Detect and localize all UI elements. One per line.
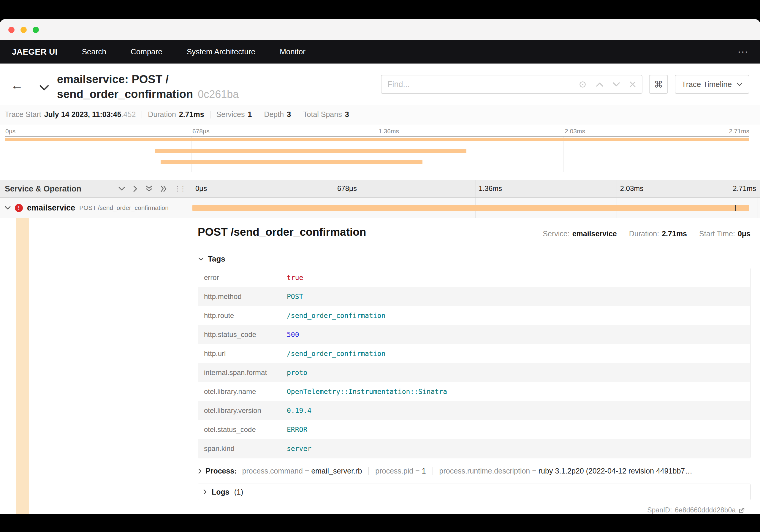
table-row[interactable]: internal.span.format proto — [198, 363, 750, 382]
trace-start: Trace StartJuly 14 2023, 11:03:45.452 — [5, 110, 136, 119]
tick-label: 0μs — [193, 184, 207, 193]
find-input[interactable]: Find... — [381, 75, 642, 94]
process-runtime-description: process.runtime.description = ruby 3.1.2… — [439, 467, 692, 475]
tick-label: 2.71ms — [729, 128, 749, 135]
next-result-chevron-down-icon[interactable] — [613, 82, 620, 87]
nav-item-system-architecture[interactable]: System Architecture — [187, 47, 255, 56]
deep-link-icon[interactable] — [738, 507, 745, 513]
find-placeholder: Find... — [387, 80, 579, 89]
span-detail-title: POST /send_order_confirmation — [198, 226, 366, 238]
gridline — [563, 137, 563, 172]
tag-value: true — [283, 274, 303, 281]
divider — [258, 111, 258, 119]
span-id-value: 6e8d660dddd28b0a — [675, 506, 736, 514]
divider — [297, 111, 297, 119]
tick-label: 1.36ms — [476, 184, 502, 193]
collapse-trace-chevron-icon[interactable] — [39, 85, 49, 91]
timeline-header-icons — [119, 185, 167, 192]
span-row-label[interactable]: ! emailservice POST /send_order_confirma… — [0, 198, 190, 218]
divider — [433, 467, 433, 475]
span-detail-panel: POST /send_order_confirmation Service: e… — [198, 218, 750, 514]
process-command: process.command = email_server.rb — [242, 467, 362, 475]
close-window-button[interactable] — [8, 27, 15, 33]
locate-icon[interactable] — [579, 80, 587, 88]
clear-search-icon[interactable] — [629, 81, 636, 88]
process-section-toggle[interactable]: Process: process.command = email_server.… — [198, 467, 750, 475]
table-row[interactable]: http.url /send_order_confirmation — [198, 344, 750, 363]
collapse-span-chevron-down-icon[interactable] — [5, 206, 11, 210]
trace-minimap[interactable] — [5, 136, 749, 172]
divider — [623, 230, 623, 238]
table-row[interactable]: http.method POST — [198, 287, 750, 306]
prev-result-chevron-up-icon[interactable] — [596, 82, 603, 87]
column-resizer-grip[interactable]: ⋮⋮ — [174, 185, 185, 193]
trace-total-spans: Total Spans3 — [303, 110, 349, 119]
tags-table: error true http.method POST http.route /… — [198, 268, 750, 459]
collapse-all-double-chevron-down-icon[interactable] — [146, 185, 152, 192]
tag-value: POST — [283, 293, 303, 301]
tags-section-toggle[interactable]: Tags — [198, 255, 750, 264]
collapse-one-chevron-down-icon[interactable] — [119, 187, 125, 191]
expand-all-double-chevron-right-icon[interactable] — [161, 185, 167, 192]
tag-key: error — [198, 273, 283, 282]
chevron-right-icon — [198, 468, 202, 474]
expand-one-chevron-right-icon[interactable] — [133, 185, 137, 192]
minimap-span-bar — [161, 160, 422, 164]
error-icon: ! — [15, 204, 23, 212]
table-row[interactable]: http.route /send_order_confirmation — [198, 306, 750, 325]
span-operation-name: POST /send_order_confirmation — [79, 204, 168, 211]
gridline — [334, 180, 334, 197]
meta-service-label: Service: — [543, 229, 569, 238]
tick-label: 0μs — [5, 128, 16, 135]
table-row[interactable]: error true — [198, 268, 750, 287]
jaeger-logo[interactable]: JAEGER UI — [12, 47, 58, 57]
minimap-span-bar — [155, 149, 466, 153]
nav-item-search[interactable]: Search — [82, 47, 106, 56]
table-row[interactable]: http.status_code 500 — [198, 325, 750, 344]
span-duration-bar[interactable] — [192, 205, 749, 211]
span-indent-guide — [16, 218, 29, 514]
divider — [693, 230, 693, 238]
tick-label: 2.03ms — [618, 184, 643, 193]
divider — [142, 111, 142, 119]
trace-services: Services1 — [216, 110, 252, 119]
span-names-column — [0, 218, 190, 514]
tag-key: http.url — [198, 349, 283, 358]
minimize-window-button[interactable] — [21, 27, 27, 33]
span-id: SpanID: 6e8d660dddd28b0a — [647, 506, 745, 514]
keyboard-shortcuts-button[interactable]: ⌘ — [649, 75, 668, 94]
table-row[interactable]: span.kind server — [198, 439, 750, 458]
nav-overflow-icon[interactable]: ⋯ — [737, 49, 748, 55]
gridline — [617, 180, 617, 197]
table-row[interactable]: otel.library.name OpenTelemetry::Instrum… — [198, 382, 750, 401]
trace-view-selector-label: Trace Timeline — [682, 80, 732, 89]
logs-section-toggle[interactable]: Logs (1) — [198, 484, 750, 500]
zoom-window-button[interactable] — [33, 27, 39, 33]
tick-label: 2.03ms — [565, 128, 585, 135]
table-row[interactable]: otel.library.version 0.19.4 — [198, 401, 750, 420]
back-button[interactable]: ← — [11, 79, 23, 91]
span-detail-meta: Service: emailservice Duration: 2.71ms S… — [543, 229, 750, 238]
nav-item-monitor[interactable]: Monitor — [280, 47, 306, 56]
trace-view-selector[interactable]: Trace Timeline — [675, 75, 749, 94]
tick-label: 2.71ms — [733, 184, 758, 193]
macos-titlebar — [0, 19, 760, 40]
timeline-ruler: 0μs 678μs 1.36ms 2.03ms 2.71ms — [192, 180, 758, 197]
find-icons — [579, 80, 636, 88]
timeline-header: Service & Operation ⋮⋮ — [0, 180, 760, 198]
tag-key: http.status_code — [198, 330, 283, 339]
nav-item-compare[interactable]: Compare — [131, 47, 163, 56]
tag-value: 500 — [283, 331, 299, 338]
meta-service-value: emailservice — [572, 229, 617, 238]
meta-start-time-label: Start Time: — [699, 229, 735, 238]
span-row[interactable]: ! emailservice POST /send_order_confirma… — [0, 198, 760, 218]
tag-value: 0.19.4 — [283, 407, 311, 414]
span-row-track[interactable] — [192, 198, 758, 218]
tag-value: OpenTelemetry::Instrumentation::Sinatra — [283, 388, 447, 395]
divider — [368, 467, 369, 475]
span-service-name: emailservice — [27, 203, 75, 213]
meta-duration-label: Duration: — [629, 229, 659, 238]
span-detail-header: POST /send_order_confirmation Service: e… — [198, 218, 750, 247]
page-title: emailservice: POST / send_order_confirma… — [57, 72, 239, 102]
table-row[interactable]: otel.status_code ERROR — [198, 420, 750, 439]
